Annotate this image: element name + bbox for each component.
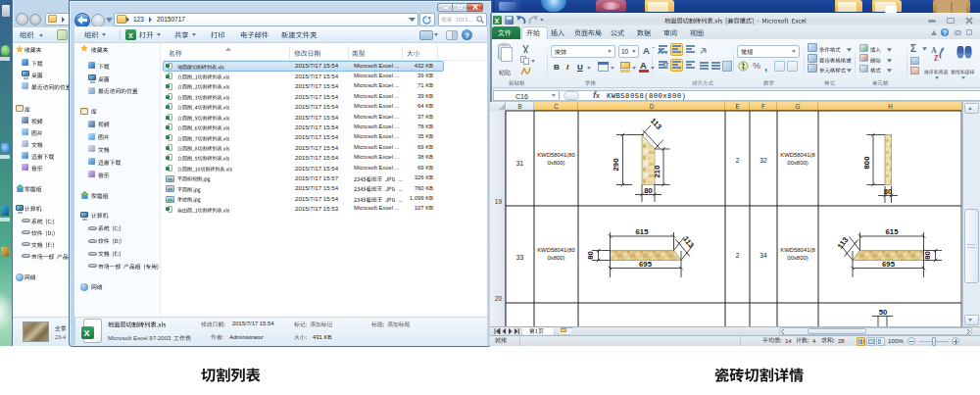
svg-text:Z: Z bbox=[934, 55, 939, 63]
svg-text:615: 615 bbox=[886, 227, 900, 236]
svg-text:290: 290 bbox=[612, 159, 620, 172]
svg-text:695: 695 bbox=[639, 260, 653, 269]
svg-text:113: 113 bbox=[681, 234, 696, 249]
svg-text:A: A bbox=[931, 47, 937, 55]
svg-text:80: 80 bbox=[586, 251, 595, 260]
svg-text:113: 113 bbox=[649, 117, 663, 131]
svg-text:695: 695 bbox=[882, 260, 896, 269]
svg-text:80: 80 bbox=[884, 187, 893, 196]
svg-text:80: 80 bbox=[644, 186, 653, 195]
svg-text:615: 615 bbox=[636, 227, 650, 236]
svg-text:80: 80 bbox=[923, 251, 932, 260]
svg-text:50: 50 bbox=[879, 308, 888, 317]
svg-text:210: 210 bbox=[653, 166, 662, 178]
svg-text:113: 113 bbox=[836, 235, 851, 250]
svg-text:800: 800 bbox=[862, 157, 871, 170]
